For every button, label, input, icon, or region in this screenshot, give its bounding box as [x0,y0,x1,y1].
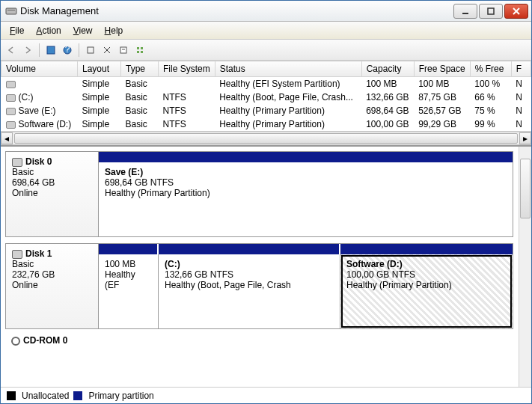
disk-1-row[interactable]: Disk 1 Basic 232,76 GB Online 100 MB Hea… [5,243,513,329]
table-row[interactable]: SimpleBasicHealthy (EFI System Partition… [1,77,531,91]
table-row[interactable]: Save (E:)SimpleBasicNTFSHealthy (Primary… [1,104,531,117]
legend: Unallocated Primary partition [1,387,531,403]
refresh-icon[interactable] [43,43,58,58]
drive-icon [6,81,16,88]
vertical-scrollbar[interactable] [519,147,531,387]
scroll-left-icon[interactable]: ◂ [1,132,13,144]
svg-rect-16 [137,51,139,53]
forward-button[interactable] [20,43,35,58]
svg-rect-12 [120,47,126,53]
scroll-thumb[interactable] [520,159,531,218]
disk-icon [12,250,22,259]
delete-icon[interactable] [100,43,114,58]
svg-text:?: ? [65,46,70,55]
titlebar[interactable]: Disk Management [1,1,531,22]
scroll-right-icon[interactable]: ▸ [519,132,531,144]
disk-0-info: Disk 0 Basic 698,64 GB Online [6,152,99,236]
scroll-thumb[interactable] [14,133,518,144]
col-pctfree[interactable]: % Free [470,61,511,77]
svg-rect-3 [488,8,494,14]
tool-icon[interactable] [83,43,98,58]
disk-icon [12,158,22,167]
volume-table: Volume Layout Type File System Status Ca… [1,61,531,132]
graphical-view: Disk 0 Basic 698,64 GB Online Save (E:) … [1,145,531,387]
drive-icon [6,94,16,102]
menu-file[interactable]: File [4,24,30,37]
list-icon[interactable] [132,43,147,58]
svg-rect-15 [141,47,143,49]
disk-management-window: Disk Management File Action View Help ? … [0,0,532,404]
toolbar: ? [1,40,531,61]
minimize-button[interactable] [453,4,477,19]
cdrom-0-row[interactable]: CD-ROM 0 [1,335,518,346]
svg-rect-6 [47,46,55,54]
disk-0-row[interactable]: Disk 0 Basic 698,64 GB Online Save (E:) … [5,151,513,237]
legend-primary-label: Primary partition [88,391,153,401]
legend-unallocated-label: Unallocated [22,391,69,401]
app-icon [5,5,17,17]
close-button[interactable] [504,4,528,19]
window-title: Disk Management [20,5,452,16]
separator [79,43,79,57]
col-layout[interactable]: Layout [78,61,121,77]
partition-save-e[interactable]: Save (E:) 698,64 GB NTFS Healthy (Primar… [99,162,513,236]
partition-c[interactable]: (C:) 132,66 GB NTFS Healthy (Boot, Page … [159,254,340,328]
partition-header-bar [99,244,513,254]
drive-icon [6,108,16,115]
table-row[interactable]: (C:)SimpleBasicNTFSHealthy (Boot, Page F… [1,91,531,104]
col-status[interactable]: Status [215,61,361,77]
svg-rect-0 [6,8,16,14]
horizontal-scrollbar[interactable]: ◂ ▸ [1,132,531,145]
menubar: File Action View Help [1,22,531,40]
menu-action[interactable]: Action [30,24,67,37]
maximize-button[interactable] [479,4,503,19]
svg-rect-1 [7,10,15,10]
legend-primary-swatch [73,391,82,400]
col-f[interactable]: F [511,61,531,77]
back-button[interactable] [4,43,19,58]
drive-icon [6,121,16,129]
disk-0-partitions: Save (E:) 698,64 GB NTFS Healthy (Primar… [99,152,513,236]
menu-view[interactable]: View [67,24,99,37]
partition-efi[interactable]: 100 MB Healthy (EF [99,254,159,328]
col-capacity[interactable]: Capacity [361,61,414,77]
partition-software-d[interactable]: Software (D:) 100,00 GB NTFS Healthy (Pr… [340,254,513,328]
cdrom-icon [11,337,20,346]
disk-1-info: Disk 1 Basic 232,76 GB Online [6,244,99,328]
help-icon[interactable]: ? [60,43,75,58]
col-freespace[interactable]: Free Space [414,61,470,77]
legend-unallocated-swatch [7,391,16,400]
properties-icon[interactable] [116,43,131,58]
svg-rect-17 [141,51,143,53]
table-row[interactable]: Software (D:)SimpleBasicNTFSHealthy (Pri… [1,117,531,131]
col-filesystem[interactable]: File System [159,61,215,77]
disk-1-partitions: 100 MB Healthy (EF (C:) 132,66 GB NTFS H… [99,244,513,328]
svg-rect-14 [137,47,139,49]
col-type[interactable]: Type [121,61,159,77]
col-volume[interactable]: Volume [1,61,78,77]
partition-header-bar [99,152,513,162]
svg-rect-9 [88,47,94,53]
table-header: Volume Layout Type File System Status Ca… [1,61,531,77]
separator [39,43,40,57]
menu-help[interactable]: Help [99,24,129,37]
